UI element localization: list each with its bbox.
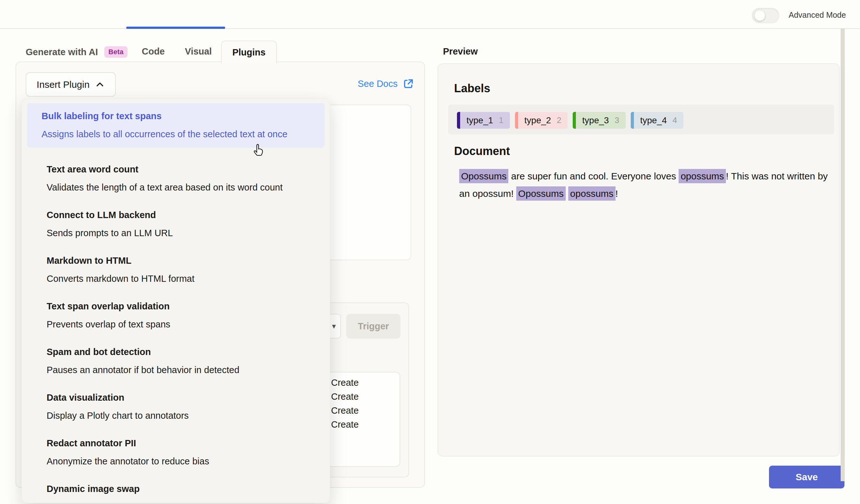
insert-plugin-button[interactable]: Insert Plugin (26, 72, 116, 97)
menu-item-desc: Converts markdown to HTML format (47, 273, 315, 285)
trigger-button[interactable]: Trigger (346, 314, 401, 339)
insert-plugin-menu: Bulk labeling for text spans Assigns lab… (22, 98, 330, 503)
menu-item-desc: Changes active image based on conditions (47, 501, 315, 503)
chip-hotkey: 3 (615, 115, 619, 125)
see-docs-label: See Docs (358, 78, 398, 89)
labels-heading: Labels (454, 82, 490, 95)
document-text: Opossums are super fun and cool. Everyon… (459, 167, 836, 202)
scrollbar[interactable] (841, 29, 845, 481)
chip-color-bar (631, 112, 634, 129)
text-span-highlight[interactable]: Opossums (516, 186, 565, 201)
menu-item-desc: Anonymize the annotator to reduce bias (47, 455, 315, 467)
menu-item-title: Markdown to HTML (47, 255, 315, 267)
menu-item-data-viz[interactable]: Data visualization Display a Plotly char… (27, 391, 325, 421)
beta-badge: Beta (104, 46, 128, 58)
document-heading: Document (454, 145, 510, 158)
text-span: ! (616, 188, 618, 199)
chip-color-bar (573, 112, 576, 129)
text-span-highlight[interactable]: opossums (568, 186, 616, 201)
caret-down-icon: ▾ (332, 322, 336, 331)
preview-heading: Preview (443, 46, 478, 57)
external-link-icon (403, 78, 414, 89)
top-header (0, 0, 860, 29)
text-span-highlight[interactable]: Opossums (459, 169, 508, 183)
menu-item-image-swap[interactable]: Dynamic image swap Changes active image … (27, 483, 325, 503)
menu-item-title: Redact annotator PII (47, 437, 315, 449)
chip-color-bar (515, 112, 518, 129)
chip-hotkey: 1 (499, 115, 503, 125)
label-chip-type-2[interactable]: type_2 2 (515, 112, 568, 129)
menu-item-spam-bot[interactable]: Spam and bot detection Pauses an annotat… (27, 346, 325, 376)
menu-item-title: Bulk labeling for text spans (42, 110, 315, 122)
menu-item-title: Text area word count (47, 163, 315, 175)
menu-item-overlap-validation[interactable]: Text span overlap validation Prevents ov… (27, 300, 325, 330)
menu-item-title: Spam and bot detection (47, 346, 315, 358)
see-docs-link[interactable]: See Docs (358, 78, 414, 89)
chip-label: type_3 (582, 115, 609, 126)
chip-color-bar (457, 112, 460, 129)
menu-item-redact-pii[interactable]: Redact annotator PII Anonymize the annot… (27, 437, 325, 467)
advanced-mode-label: Advanced Mode (789, 11, 846, 20)
menu-item-title: Connect to LLM backend (47, 209, 315, 221)
menu-item-word-count[interactable]: Text area word count Validates the lengt… (27, 163, 325, 193)
menu-item-title: Data visualization (47, 391, 315, 404)
menu-item-desc: Pauses an annotator if bot behavior in d… (47, 364, 315, 376)
tab-code[interactable]: Code (142, 46, 165, 57)
menu-item-desc: Prevents overlap of text spans (47, 318, 315, 330)
menu-item-desc: Sends prompts to an LLM URL (47, 227, 315, 239)
advanced-mode-toggle[interactable] (752, 8, 779, 23)
tab-visual[interactable]: Visual (185, 46, 212, 57)
tab-plugins[interactable]: Plugins (221, 41, 277, 63)
toggle-knob-icon (755, 10, 765, 21)
chevron-up-icon (95, 80, 105, 89)
text-span: are super fun and cool. Everyone loves (508, 171, 678, 181)
label-chip-type-3[interactable]: type_3 3 (573, 112, 626, 129)
menu-item-markdown-html[interactable]: Markdown to HTML Converts markdown to HT… (27, 255, 325, 285)
chip-hotkey: 2 (557, 115, 561, 125)
text-span (566, 188, 568, 199)
tab-generate-with-ai[interactable]: Generate with AI Beta (26, 46, 128, 58)
label-chips-row: type_1 1 type_2 2 type_3 3 type_4 4 (457, 112, 683, 129)
label-chip-type-4[interactable]: type_4 4 (631, 112, 684, 129)
menu-item-title: Text span overlap validation (47, 300, 315, 312)
menu-item-title: Dynamic image swap (47, 483, 315, 495)
menu-item-llm-backend[interactable]: Connect to LLM backend Sends prompts to … (27, 209, 325, 239)
menu-item-desc: Assigns labels to all occurrences of the… (42, 128, 315, 140)
insert-plugin-label: Insert Plugin (37, 79, 90, 90)
tab-generate-label: Generate with AI (26, 47, 98, 57)
menu-item-bulk-labeling[interactable]: Bulk labeling for text spans Assigns lab… (27, 103, 325, 148)
active-nav-underline (126, 27, 225, 29)
text-span-highlight[interactable]: opossums (678, 169, 726, 183)
chip-label: type_2 (525, 115, 551, 126)
label-chip-type-1[interactable]: type_1 1 (457, 112, 510, 129)
save-button[interactable]: Save (769, 466, 844, 488)
chip-hotkey: 4 (673, 115, 677, 125)
chip-label: type_1 (467, 115, 493, 126)
menu-item-desc: Display a Plotly chart to annotators (47, 409, 315, 421)
menu-item-desc: Validates the length of a text area base… (47, 181, 315, 193)
chip-label: type_4 (640, 115, 667, 126)
